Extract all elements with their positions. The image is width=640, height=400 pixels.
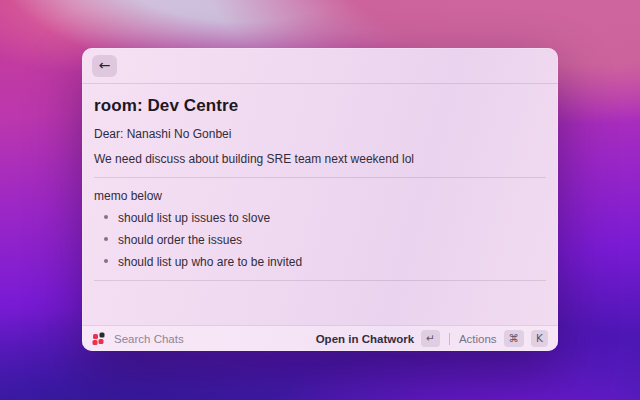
list-item-label: should order the issues	[118, 233, 242, 247]
window-footer: Search Chats Open in Chatwork ↵ Actions …	[82, 325, 558, 351]
list-item: should order the issues	[104, 233, 546, 247]
dear-line: Dear: Nanashi No Gonbei	[94, 127, 546, 141]
k-key-badge[interactable]: K	[531, 330, 548, 347]
list-item: should list up issues to slove	[104, 211, 546, 225]
list-item-label: should list up who are to be invited	[118, 255, 302, 269]
list-item-label: should list up issues to slove	[118, 211, 270, 225]
bullet-icon	[104, 259, 108, 263]
room-title: room: Dev Centre	[94, 96, 546, 116]
bullet-icon	[104, 215, 108, 219]
back-button[interactable]: ←	[92, 55, 117, 77]
search-chats-field[interactable]: Search Chats	[114, 333, 184, 345]
divider	[94, 177, 546, 178]
memo-list: should list up issues to slove should or…	[94, 211, 546, 269]
list-item: should list up who are to be invited	[104, 255, 546, 269]
body-line: We need discuss about building SRE team …	[94, 152, 546, 166]
detail-content: room: Dev Centre Dear: Nanashi No Gonbei…	[82, 84, 558, 325]
cmd-key-badge[interactable]: ⌘	[504, 330, 525, 347]
footer-right: Open in Chatwork ↵ Actions ⌘ K	[316, 330, 548, 347]
window-header: ←	[82, 48, 558, 84]
memo-heading: memo below	[94, 189, 546, 203]
enter-key-badge[interactable]: ↵	[421, 330, 440, 347]
actions-button[interactable]: Actions	[459, 333, 497, 345]
screen: ← room: Dev Centre Dear: Nanashi No Gonb…	[0, 0, 640, 400]
chatwork-extension-icon	[92, 332, 106, 346]
footer-separator	[449, 333, 450, 345]
launcher-window: ← room: Dev Centre Dear: Nanashi No Gonb…	[82, 48, 558, 351]
open-in-chatwork-button[interactable]: Open in Chatwork	[316, 333, 414, 345]
footer-left: Search Chats	[92, 332, 316, 346]
bullet-icon	[104, 237, 108, 241]
back-arrow-icon: ←	[99, 57, 111, 73]
divider	[94, 280, 546, 281]
